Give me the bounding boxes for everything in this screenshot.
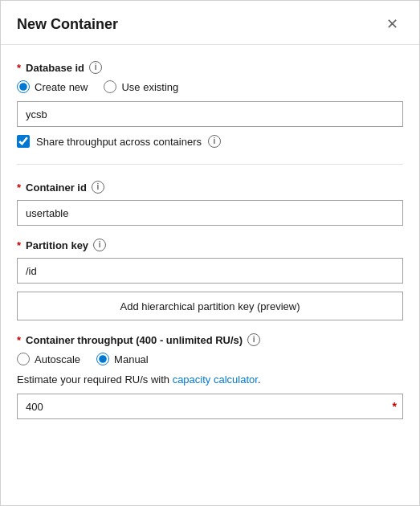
autoscale-radio[interactable] <box>17 353 30 365</box>
dialog-body: * Database id i Create new Use existing … <box>1 45 419 448</box>
manual-radio[interactable] <box>96 353 109 365</box>
close-button[interactable]: ✕ <box>381 14 403 35</box>
use-existing-radio-label[interactable]: Use existing <box>104 80 178 93</box>
database-id-radio-group: Create new Use existing <box>17 80 403 93</box>
use-existing-radio[interactable] <box>104 80 116 93</box>
close-icon: ✕ <box>386 15 398 33</box>
throughput-input[interactable] <box>17 394 403 419</box>
use-existing-label: Use existing <box>121 81 178 93</box>
new-container-dialog: New Container ✕ * Database id i Create n… <box>0 0 420 506</box>
required-star: * <box>17 62 21 74</box>
autoscale-label: Autoscale <box>35 353 80 365</box>
manual-label: Manual <box>114 353 149 365</box>
create-new-label: Create new <box>35 81 88 93</box>
share-throughput-checkbox[interactable] <box>17 135 30 148</box>
partition-key-input[interactable] <box>17 258 403 284</box>
estimate-prefix: Estimate your required RU/s with <box>17 373 169 386</box>
divider <box>17 164 403 165</box>
throughput-radio-group: Autoscale Manual <box>17 353 403 365</box>
container-throughput-group: * Container throughput (400 - unlimited … <box>17 333 403 419</box>
container-id-info-icon[interactable]: i <box>92 181 104 194</box>
database-id-input[interactable] <box>17 101 403 127</box>
throughput-input-wrapper: * <box>17 394 403 419</box>
capacity-calculator-link[interactable]: capacity calculator <box>173 373 258 386</box>
create-new-radio[interactable] <box>17 80 30 93</box>
estimate-text-block: Estimate your required RU/s with capacit… <box>17 373 403 386</box>
required-star-3: * <box>17 239 21 251</box>
database-id-info-icon[interactable]: i <box>89 61 102 74</box>
share-throughput-checkbox-label[interactable]: Share throughput across containers i <box>17 135 403 148</box>
partition-key-label: * Partition key i <box>17 239 403 251</box>
container-id-group: * Container id i <box>17 181 403 226</box>
required-star-4: * <box>17 334 21 346</box>
share-throughput-info-icon[interactable]: i <box>208 135 221 148</box>
container-id-label: * Container id i <box>17 181 403 194</box>
required-star-2: * <box>17 182 21 194</box>
share-throughput-label: Share throughput across containers <box>36 136 202 148</box>
database-id-label: * Database id i <box>17 61 403 74</box>
manual-radio-label[interactable]: Manual <box>96 353 149 365</box>
container-id-input[interactable] <box>17 200 403 226</box>
database-id-group: * Database id i Create new Use existing … <box>17 61 403 148</box>
container-throughput-label: * Container throughput (400 - unlimited … <box>17 333 403 346</box>
throughput-info-icon[interactable]: i <box>247 333 260 346</box>
create-new-radio-label[interactable]: Create new <box>17 80 88 93</box>
dialog-title: New Container <box>17 16 118 33</box>
dialog-header: New Container ✕ <box>1 1 419 45</box>
partition-key-info-icon[interactable]: i <box>93 239 106 251</box>
estimate-suffix: . <box>258 373 261 386</box>
add-partition-key-button[interactable]: Add hierarchical partition key (preview) <box>17 292 403 320</box>
partition-key-group: * Partition key i Add hierarchical parti… <box>17 239 403 320</box>
autoscale-radio-label[interactable]: Autoscale <box>17 353 80 365</box>
